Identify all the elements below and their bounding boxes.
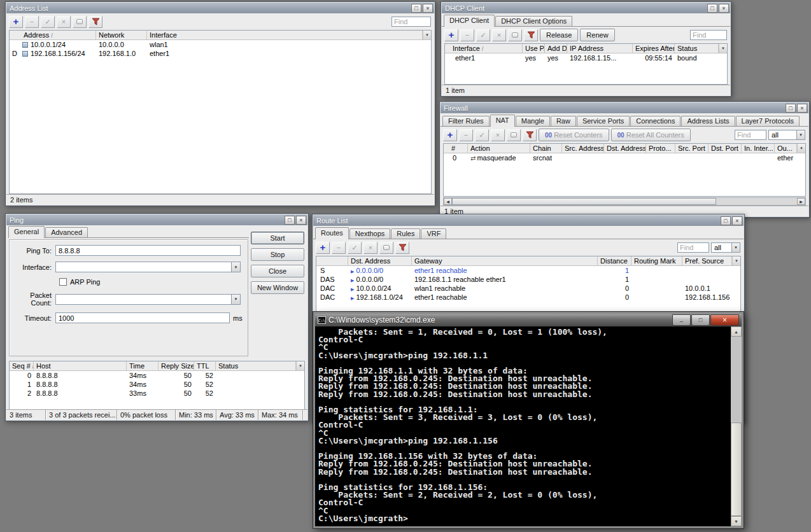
interface-select[interactable]: ▼ (55, 262, 241, 272)
column-menu-button[interactable]: ▼ (732, 256, 740, 265)
tab-dhcp-client[interactable]: DHCP Client (444, 15, 495, 27)
scroll-up-icon[interactable]: ▲ (731, 326, 742, 337)
table-row[interactable]: 0 8.8.8.8 34ms 50 52 (10, 371, 304, 380)
tab-nexthops[interactable]: Nexthops (349, 228, 390, 239)
tab-vrf[interactable]: VRF (421, 228, 446, 239)
packet-count-select[interactable]: ▼ (55, 294, 241, 305)
add-button[interactable]: + (444, 29, 458, 41)
column-header-interface[interactable]: Interface (147, 31, 423, 39)
maximize-button[interactable]: □ (721, 216, 731, 225)
table-row[interactable]: 0 ⇄masquerade srcnat ether (444, 153, 805, 162)
disable-button[interactable]: × (57, 16, 71, 28)
column-header-out-interface[interactable]: Ou... (775, 144, 797, 153)
remove-button[interactable]: − (332, 242, 346, 254)
maximize-button[interactable]: □ (707, 4, 717, 13)
column-header-seq[interactable]: Seq #/ (10, 361, 34, 370)
arp-ping-checkbox[interactable] (59, 278, 67, 286)
scroll-left-icon[interactable]: ◀ (444, 198, 452, 205)
column-header-distance[interactable]: Distance (598, 256, 631, 265)
comment-button[interactable] (507, 129, 521, 141)
add-button[interactable]: + (443, 129, 457, 141)
start-button[interactable]: Start (251, 232, 304, 244)
timeout-input[interactable] (55, 312, 230, 323)
filter-button[interactable] (523, 129, 537, 141)
titlebar[interactable]: Route List □ × (313, 215, 744, 226)
tab-address-lists[interactable]: Address Lists (681, 116, 735, 127)
disable-button[interactable]: × (491, 129, 505, 141)
find-input[interactable] (391, 17, 431, 27)
maximize-button[interactable]: □ (285, 216, 295, 225)
enable-button[interactable]: ✓ (475, 129, 489, 141)
titlebar[interactable]: DHCP Client □ × (442, 3, 730, 13)
column-header-action[interactable]: Action (468, 144, 530, 153)
table-row[interactable]: 10.0.0.1/24 10.0.0.0 wlan1 (10, 40, 431, 49)
remove-button[interactable]: − (459, 129, 473, 141)
disable-button[interactable]: × (363, 242, 377, 254)
filter-button[interactable] (524, 29, 538, 41)
column-header-dst-port[interactable]: Dst. Port (709, 144, 742, 153)
column-header-reply-size[interactable]: Reply Size (159, 361, 194, 370)
column-menu-button[interactable]: ▼ (797, 144, 805, 153)
enable-button[interactable]: ✓ (476, 29, 490, 41)
column-header-ip-address[interactable]: IP Address (567, 44, 633, 53)
table-row[interactable]: D 192.168.1.156/24 192.168.1.0 ether1 (10, 49, 431, 58)
tab-mangle[interactable]: Mangle (516, 116, 550, 127)
remove-button[interactable]: − (460, 29, 474, 41)
column-header-dst-address[interactable]: Dst. Address (348, 256, 412, 265)
tab-raw[interactable]: Raw (551, 116, 576, 127)
remove-button[interactable]: − (25, 16, 39, 28)
enable-button[interactable]: ✓ (41, 16, 55, 28)
column-header-host[interactable]: Host (34, 361, 127, 370)
enable-button[interactable]: ✓ (348, 242, 362, 254)
column-header-ttl[interactable]: TTL (194, 361, 216, 370)
column-header-time[interactable]: Time (127, 361, 159, 370)
maximize-button[interactable]: □ (411, 4, 421, 13)
close-button[interactable]: × (719, 4, 729, 13)
table-row[interactable]: DAC ▶192.168.1.0/24 ether1 reachable 0 1… (316, 293, 740, 302)
column-header-in-interface[interactable]: In. Inter... (742, 144, 775, 153)
maximize-button[interactable]: □ (786, 104, 796, 113)
console[interactable]: Packets: Sent = 1, Received = 0, Lost = … (315, 326, 742, 526)
column-header-chain[interactable]: Chain (530, 144, 562, 153)
comment-button[interactable] (379, 242, 393, 254)
tab-nat[interactable]: NAT (490, 115, 515, 127)
column-header-gateway[interactable]: Gateway (412, 256, 598, 265)
close-button[interactable]: × (732, 216, 742, 225)
add-button[interactable]: + (9, 16, 23, 28)
column-header-flags[interactable] (316, 256, 348, 265)
close-button[interactable]: × (296, 216, 306, 225)
column-header-src-port[interactable]: Src. Port (675, 144, 709, 153)
tab-routes[interactable]: Routes (315, 227, 349, 239)
filter-button[interactable] (395, 242, 409, 254)
release-button[interactable]: Release (540, 29, 578, 41)
tab-general[interactable]: General (8, 226, 45, 238)
tab-dhcp-client-options[interactable]: DHCP Client Options (495, 16, 572, 27)
column-header-network[interactable]: Network (96, 31, 147, 39)
column-header-status[interactable]: Status (675, 44, 719, 53)
reset-all-counters-button[interactable]: 00Reset All Counters (611, 129, 691, 141)
new-window-button[interactable]: New Window (251, 281, 304, 294)
column-header-dst-address[interactable]: Dst. Address (604, 144, 646, 153)
close-button[interactable]: × (797, 104, 807, 113)
table-row[interactable]: S ▶0.0.0.0/0 ether1 reachable 1 (316, 266, 740, 275)
close-button[interactable]: × (710, 314, 739, 326)
tab-advanced[interactable]: Advanced (45, 227, 88, 238)
column-header-use-peer[interactable]: Use P... (523, 44, 545, 53)
column-menu-button[interactable]: ▼ (423, 31, 431, 39)
close-button[interactable]: × (423, 4, 433, 13)
column-header-interface[interactable]: Interface/ (445, 44, 523, 53)
table-row[interactable]: DAS ▶0.0.0.0/0 192.168.1.1 reachable eth… (316, 275, 740, 284)
add-button[interactable]: + (316, 242, 330, 254)
scroll-down-icon[interactable]: ▼ (731, 516, 742, 526)
table-row[interactable]: 1 8.8.8.8 34ms 50 52 (10, 380, 304, 389)
column-header-expires[interactable]: Expires After (633, 44, 675, 53)
column-header-status[interactable]: Status (216, 361, 296, 370)
ping-to-input[interactable] (55, 245, 241, 256)
column-header-add-default[interactable]: Add D... (545, 44, 567, 53)
column-header-number[interactable]: # (444, 144, 468, 153)
table-row[interactable]: ether1 yes yes 192.168.1.15... 09:55:14 … (445, 53, 727, 62)
tab-service-ports[interactable]: Service Ports (577, 116, 630, 127)
column-header-pref-source[interactable]: Pref. Source (682, 256, 732, 265)
tab-layer7-protocols[interactable]: Layer7 Protocols (736, 116, 800, 127)
titlebar[interactable]: C:\ C:\Windows\system32\cmd.exe – □ × (315, 314, 742, 326)
